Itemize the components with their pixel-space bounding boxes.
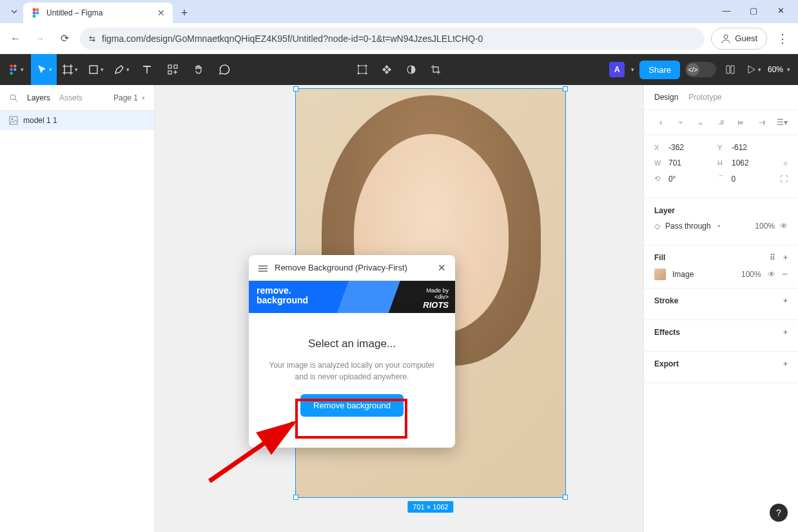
resize-handle-bl[interactable] — [293, 495, 298, 500]
resize-handle-tr[interactable] — [563, 86, 568, 91]
layer-opacity-input[interactable]: 100% — [755, 222, 775, 231]
design-tab[interactable]: Design — [654, 93, 678, 102]
nav-reload-button[interactable]: ⟳ — [55, 30, 73, 48]
tab-list-dropdown[interactable] — [5, 3, 23, 21]
resize-handle-br[interactable] — [563, 495, 568, 500]
move-tool-button[interactable]: ▾ — [31, 54, 57, 85]
component-tool-button[interactable] — [353, 54, 372, 85]
export-add-icon[interactable]: + — [783, 359, 788, 368]
hand-tool-button[interactable] — [186, 54, 211, 85]
help-button[interactable]: ? — [770, 504, 788, 522]
user-avatar[interactable]: A — [609, 62, 625, 77]
resize-handle-tl[interactable] — [293, 86, 298, 91]
mask-button[interactable] — [402, 54, 421, 85]
design-panel: Design Prototype ⫞ ⫟ ⫠ ⫡ ⫢ ⫣ ☰▾ X-362Y-6… — [643, 85, 798, 532]
svg-rect-12 — [168, 65, 171, 68]
fill-type[interactable]: Image — [672, 270, 694, 279]
crop-icon — [430, 64, 442, 75]
image-layer-icon — [9, 116, 18, 125]
figma-menu-button[interactable]: ▾ — [0, 54, 31, 85]
window-close-button[interactable]: ✕ — [767, 0, 794, 21]
prototype-tab[interactable]: Prototype — [688, 93, 721, 102]
text-icon — [141, 64, 153, 75]
constrain-icon[interactable]: ⟐ — [783, 158, 788, 167]
plugin-title: Remove Background (Privacy-First) — [275, 263, 407, 272]
remove-background-button[interactable]: Remove background — [300, 394, 404, 417]
fill-swatch[interactable] — [654, 269, 666, 280]
pen-tool-button[interactable]: ▾ — [108, 54, 134, 85]
x-input[interactable]: -362 — [668, 143, 712, 152]
browser-menu-button[interactable]: ⋮ — [774, 30, 792, 48]
blend-mode-select[interactable]: Pass through — [665, 222, 711, 231]
zoom-control[interactable]: 60%▾ — [768, 65, 790, 74]
nav-back-button[interactable]: ← — [6, 30, 24, 48]
plugin-banner: remove. background Made by <div> RIOTS — [249, 281, 455, 313]
y-input[interactable]: -612 — [732, 143, 775, 152]
radius-expand-icon[interactable]: ⛶ — [780, 175, 788, 184]
fill-opacity-input[interactable]: 100% — [741, 270, 761, 279]
h-input[interactable]: 1062 — [732, 158, 775, 167]
window-minimize-button[interactable]: — — [713, 0, 740, 21]
svg-point-4 — [33, 15, 36, 18]
window-maximize-button[interactable]: ▢ — [740, 0, 767, 21]
comment-tool-button[interactable] — [211, 54, 237, 85]
align-hcenter-button[interactable]: ⫟ — [675, 117, 686, 128]
library-button[interactable] — [721, 54, 739, 85]
blend-diamond-icon[interactable]: ◇ — [654, 222, 660, 231]
align-bottom-button[interactable]: ⫣ — [756, 117, 768, 128]
effects-add-icon[interactable]: + — [783, 328, 788, 337]
svg-point-19 — [365, 73, 367, 75]
figma-toolbar: ▾ ▾ ▾ ▾ ▾ A ▾ Share </> ▾ 60%▾ — [0, 54, 798, 85]
layer-visibility-icon[interactable]: 👁 — [780, 222, 788, 231]
nav-forward-button[interactable]: → — [31, 30, 49, 48]
present-button[interactable]: ▾ — [744, 54, 763, 85]
canvas[interactable]: 701 × 1062 Remove Background (Privacy-Fi… — [155, 85, 643, 532]
profile-guest-chip[interactable]: Guest — [711, 28, 767, 50]
align-vcenter-button[interactable]: ⫢ — [735, 117, 747, 128]
crop-button[interactable] — [426, 54, 445, 85]
dev-mode-icon: </> — [686, 63, 699, 76]
search-icon[interactable] — [9, 93, 18, 102]
align-right-button[interactable]: ⫠ — [695, 117, 706, 128]
plugin-close-button[interactable]: ✕ — [438, 262, 446, 274]
svg-point-18 — [358, 73, 360, 75]
book-icon — [725, 64, 736, 75]
fill-remove-icon[interactable]: − — [782, 269, 788, 280]
svg-rect-7 — [14, 64, 17, 68]
share-button[interactable]: Share — [639, 61, 680, 79]
site-info-icon[interactable]: ⇆ — [89, 34, 95, 43]
dimensions-badge: 701 × 1062 — [407, 501, 453, 513]
dev-mode-toggle[interactable]: </> — [685, 62, 716, 77]
tab-close-icon[interactable]: ✕ — [157, 8, 165, 18]
svg-rect-25 — [258, 268, 268, 269]
align-left-button[interactable]: ⫞ — [654, 117, 666, 128]
url-input[interactable]: ⇆ figma.com/design/GoMmnaetkqnQHiqEZ4K95… — [80, 28, 705, 50]
svg-point-1 — [36, 8, 39, 12]
svg-rect-15 — [358, 66, 366, 73]
shape-tool-button[interactable]: ▾ — [83, 54, 108, 85]
text-tool-button[interactable] — [134, 54, 160, 85]
frame-tool-button[interactable]: ▾ — [57, 54, 83, 85]
fill-visibility-icon[interactable]: 👁 — [768, 270, 775, 279]
layer-item[interactable]: model 1 1 — [0, 111, 154, 130]
create-component-button[interactable] — [377, 54, 396, 85]
new-tab-button[interactable]: + — [175, 4, 193, 22]
fill-styles-icon[interactable]: ⠿ — [770, 253, 775, 262]
fill-add-icon[interactable]: + — [783, 253, 788, 262]
browser-tab[interactable]: Untitled – Figma ✕ — [23, 3, 173, 23]
align-more-button[interactable]: ☰▾ — [776, 117, 788, 128]
page-selector[interactable]: Page 1 ▾ — [113, 93, 145, 102]
layers-panel: Layers Assets Page 1 ▾ model 1 1 — [0, 85, 155, 532]
comment-icon — [219, 64, 230, 75]
assets-tab[interactable]: Assets — [59, 93, 83, 102]
svg-rect-26 — [258, 271, 268, 272]
rotation-input[interactable]: 0° — [668, 175, 712, 184]
banner-madeby: Made by — [423, 287, 449, 294]
resources-button[interactable] — [160, 54, 186, 85]
align-top-button[interactable]: ⫡ — [715, 117, 727, 128]
stroke-add-icon[interactable]: + — [783, 296, 788, 305]
layers-tab[interactable]: Layers — [27, 93, 50, 102]
w-input[interactable]: 701 — [668, 158, 712, 167]
radius-input[interactable]: 0 — [731, 175, 775, 184]
avatar-chevron-icon[interactable]: ▾ — [631, 66, 634, 73]
